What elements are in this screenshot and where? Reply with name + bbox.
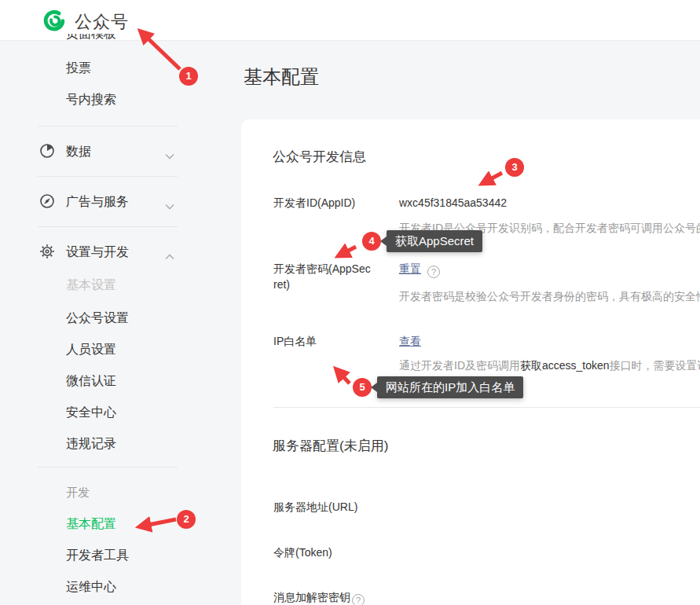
appsecret-label: 开发者密码(AppSecret) (273, 261, 372, 292)
sidebar-item-basic-configuration[interactable]: 基本配置 (66, 515, 116, 533)
view-ip-whitelist-link[interactable]: 查看 (399, 335, 421, 347)
appid-value: wxc45f31845aa53442 (399, 195, 507, 211)
section-title-server-config: 服务器配置(未启用) (273, 437, 388, 455)
brand-title: 公众号 (75, 10, 129, 34)
sidebar-group-settings-dev[interactable]: 设置与开发 (39, 243, 178, 262)
help-question-icon[interactable]: ? (352, 594, 365, 605)
card-divider (273, 407, 700, 408)
sidebar-item-account-settings[interactable]: 公众号设置 (66, 310, 129, 327)
chevron-down-icon (165, 148, 174, 155)
sidebar-item-ops-center[interactable]: 运维中心 (66, 578, 116, 596)
basic-config-card: 公众号开发信息 开发者ID(AppID) wxc45f31845aa53442 … (241, 119, 700, 605)
wechat-official-account-logo-icon (43, 9, 65, 35)
gear-icon (39, 244, 55, 259)
sidebar-divider (38, 176, 178, 177)
annotation-tooltip-ip-whitelist: 网站所在的IP加入白名单 (377, 376, 523, 398)
appid-label: 开发者ID(AppID) (273, 195, 355, 211)
brand[interactable]: 公众号 (43, 9, 129, 35)
pie-chart-icon (39, 143, 55, 159)
sidebar-item-basic-settings[interactable]: 基本设置 (66, 277, 116, 294)
annotation-tooltip-get-appsecret: 获取AppSecret (387, 230, 482, 252)
sidebar-section-label-development: 开发 (66, 484, 90, 501)
ip-whitelist-label: IP白名单 (273, 333, 317, 349)
sidebar: 投票 号内搜索 数据 广告与服务 (0, 41, 241, 605)
sidebar-divider (38, 226, 178, 227)
ip-whitelist-description: 通过开发者ID及密码调用获取access_token接口时，需要设置访问来源IP… (399, 358, 700, 373)
sidebar-group-data[interactable]: 数据 (39, 142, 178, 161)
help-question-icon[interactable]: ? (427, 266, 440, 278)
sidebar-item-vote[interactable]: 投票 (66, 60, 91, 77)
annotation-badge-1: 1 (179, 67, 198, 86)
sidebar-item-clipped[interactable]: 页面模板 (66, 34, 141, 41)
get-access-token-text: 获取access_token (520, 359, 610, 372)
sidebar-divider (38, 126, 178, 126)
annotation-badge-2: 2 (177, 510, 196, 529)
sidebar-divider (38, 467, 178, 468)
sidebar-item-in-account-search[interactable]: 号内搜索 (66, 91, 116, 108)
sidebar-item-developer-tools[interactable]: 开发者工具 (66, 547, 129, 564)
sidebar-item-violation-records[interactable]: 违规记录 (66, 435, 116, 453)
sidebar-item-staff-settings[interactable]: 人员设置 (66, 341, 116, 358)
sidebar-group-ads-services[interactable]: 广告与服务 (39, 192, 178, 211)
chevron-up-icon (165, 249, 174, 255)
token-label: 令牌(Token) (273, 544, 332, 560)
chevron-down-icon (165, 199, 174, 205)
sidebar-item-wechat-verification[interactable]: 微信认证 (66, 372, 116, 390)
section-title-dev-info: 公众号开发信息 (273, 148, 366, 166)
ip-whitelist-actions: 查看 (399, 333, 421, 349)
sidebar-item-security-center[interactable]: 安全中心 (66, 404, 116, 421)
compass-icon (39, 193, 55, 209)
annotation-badge-4: 4 (362, 232, 381, 251)
appsecret-actions: 重置? (399, 261, 440, 278)
server-url-label: 服务器地址(URL) (273, 499, 357, 515)
annotation-badge-5: 5 (353, 378, 372, 397)
aes-key-label: 消息加解密密钥? (273, 589, 365, 605)
page-title: 基本配置 (244, 64, 319, 90)
reset-appsecret-link[interactable]: 重置 (399, 262, 421, 275)
annotation-badge-3: 3 (505, 158, 524, 177)
appsecret-description: 开发者密码是校验公众号开发者身份的密码，具有极高的安全性。切记勿把密码直接交给第… (399, 288, 700, 304)
